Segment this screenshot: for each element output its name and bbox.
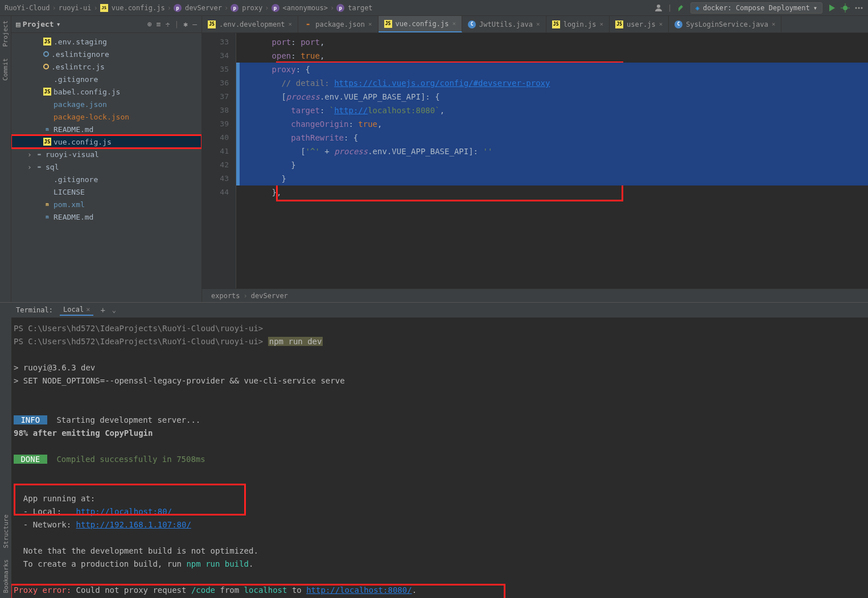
breadcrumb-item[interactable]: <anonymous> [283, 4, 328, 12]
tree-item[interactable]: package-lock.json [11, 110, 201, 123]
folder-icon: ▬ [35, 150, 43, 158]
code-editor[interactable]: 333435363738394041424344 port: port, ope… [202, 33, 868, 288]
breadcrumb[interactable]: RuoYi-Cloud › ruoyi-ui › JS vue.config.j… [5, 4, 654, 12]
close-icon[interactable]: × [772, 20, 776, 28]
tree-item[interactable]: mpom.xml [11, 198, 201, 211]
code-line[interactable]: }, [236, 185, 868, 199]
breadcrumb-item[interactable]: vue.config.js [112, 4, 165, 12]
project-tool-button[interactable]: Project [2, 20, 9, 47]
terminal-line: > ruoyi@3.6.3 dev [14, 361, 866, 374]
tree-item[interactable]: ▬ruoyi-visual [11, 148, 201, 160]
terminal-output[interactable]: PS C:\Users\hd572\IdeaProjects\RuoYi-Clo… [11, 317, 868, 598]
code-line[interactable]: pathRewrite: { [236, 131, 868, 145]
close-icon[interactable]: × [452, 20, 456, 27]
terminal-tabs: Terminal: Local× + ⌄ [11, 303, 868, 317]
tree-item[interactable]: .eslintignore [11, 48, 201, 60]
editor-tab[interactable]: JSvue.config.js× [379, 16, 463, 32]
chevron-down-icon[interactable]: ▾ [56, 20, 61, 28]
code-line[interactable]: ['^' + process.env.VUE_APP_BASE_API]: '' [236, 145, 868, 158]
terminal-line [14, 571, 866, 584]
add-terminal-button[interactable]: + [100, 306, 105, 315]
js-icon: JS [43, 88, 51, 96]
svg-point-0 [657, 5, 660, 8]
structure-tool-button[interactable]: Structure [2, 514, 10, 548]
tree-item[interactable]: JS.env.staging [11, 35, 201, 48]
js-icon: JS [615, 20, 623, 28]
svg-point-7 [858, 7, 860, 9]
java-icon: C [674, 20, 682, 28]
tree-item[interactable]: LICENSE [11, 185, 201, 198]
close-icon[interactable]: × [368, 20, 372, 28]
tree-item[interactable]: mREADME.md [11, 123, 201, 135]
breadcrumb-item[interactable]: ruoyi-ui [59, 4, 92, 12]
commit-tool-button[interactable]: Commit [2, 58, 9, 81]
editor-tab[interactable]: JS.env.development× [202, 16, 298, 32]
select-opened-icon[interactable]: ⊕ [147, 20, 152, 28]
breadcrumb-item[interactable]: devServer [185, 4, 222, 12]
close-icon[interactable]: × [289, 20, 293, 28]
editor-tab[interactable]: CJwtUtils.java× [462, 16, 546, 32]
expand-all-icon[interactable]: ≡ [157, 20, 161, 28]
hide-icon[interactable]: — [192, 20, 197, 28]
js-icon: JS [43, 138, 51, 146]
editor-tab[interactable]: JSlogin.js× [546, 16, 610, 32]
run-icon[interactable] [827, 3, 836, 13]
code-line[interactable]: [process.env.VUE_APP_BASE_API]: { [236, 90, 868, 104]
terminal-line: - Local: http://localhost:80/ [14, 505, 866, 518]
code-line[interactable]: changeOrigin: true, [236, 117, 868, 131]
project-tree[interactable]: JS.env.staging.eslintignore.eslintrc.js.… [11, 33, 201, 302]
code-line[interactable]: port: port, [236, 35, 868, 49]
terminal-line [14, 387, 866, 401]
close-icon[interactable]: × [536, 20, 540, 28]
tree-item[interactable]: .gitignore [11, 73, 201, 85]
code-line[interactable]: } [236, 172, 868, 185]
code-line[interactable]: } [236, 158, 868, 172]
property-icon: p [174, 4, 182, 12]
terminal-line: To create a production build, run npm ru… [14, 558, 866, 571]
editor-tab[interactable]: ▬package.json× [298, 16, 378, 32]
more-icon[interactable] [854, 3, 863, 13]
breadcrumb-item[interactable]: target [348, 4, 372, 12]
terminal-line: PS C:\Users\hd572\IdeaProjects\RuoYi-Clo… [14, 335, 866, 348]
bookmarks-tool-button[interactable]: Bookmarks [2, 559, 10, 593]
close-icon[interactable]: × [599, 20, 603, 28]
tree-item[interactable]: .eslintrc.js [11, 60, 201, 73]
close-icon[interactable]: × [86, 306, 90, 314]
code-line[interactable]: open: true, [236, 49, 868, 63]
breadcrumb-root[interactable]: RuoYi-Cloud [5, 4, 50, 12]
breadcrumb-item[interactable]: proxy [242, 4, 262, 12]
gear-icon[interactable]: ✱ [183, 20, 188, 28]
tree-item[interactable]: mREADME.md [11, 211, 201, 223]
terminal-line: App running at: [14, 492, 866, 505]
chevron-down-icon[interactable]: ⌄ [112, 306, 116, 314]
debug-icon[interactable] [841, 3, 850, 13]
tree-item[interactable]: ▬sql [11, 160, 201, 173]
md-icon: m [43, 213, 51, 221]
property-icon: p [336, 4, 344, 12]
chevron-down-icon: ▾ [813, 4, 817, 12]
code-line[interactable]: target: `http://localhost:8080`, [236, 104, 868, 117]
md-icon: m [43, 125, 51, 133]
terminal-tab-local[interactable]: Local× [60, 304, 93, 316]
project-panel: ▤ Project ▾ ⊕ ≡ ÷ | ✱ — JS.env.staging.e… [11, 16, 202, 302]
tree-item[interactable]: .gitignore [11, 173, 201, 185]
run-config-dropdown[interactable]: ◈ docker: Compose Deployment ▾ [690, 2, 822, 14]
collapse-icon[interactable]: ÷ [166, 20, 170, 28]
tree-item[interactable]: package.json [11, 98, 201, 110]
editor-breadcrumb[interactable]: exports › devServer [202, 288, 868, 302]
code-line[interactable]: // detail: https://cli.vuejs.org/config/… [236, 76, 868, 90]
editor-tab[interactable]: JSuser.js× [610, 16, 669, 32]
left-tool-rail[interactable]: Project Commit [0, 16, 11, 302]
hammer-icon[interactable] [677, 3, 686, 13]
tree-item[interactable]: JSvue.config.js [11, 135, 201, 148]
json-icon [43, 113, 51, 121]
tree-item[interactable]: JSbabel.config.js [11, 85, 201, 98]
user-icon[interactable] [654, 3, 663, 13]
close-icon[interactable]: × [659, 20, 663, 28]
terminal-line: INFO Starting development server... [14, 414, 866, 427]
code-line[interactable]: proxy: { [236, 63, 868, 76]
terminal-line: > SET NODE_OPTIONS=--openssl-legacy-prov… [14, 374, 866, 387]
xml-icon: m [43, 200, 51, 208]
editor-tab[interactable]: CSysLoginService.java× [669, 16, 781, 32]
svg-point-8 [861, 7, 863, 9]
